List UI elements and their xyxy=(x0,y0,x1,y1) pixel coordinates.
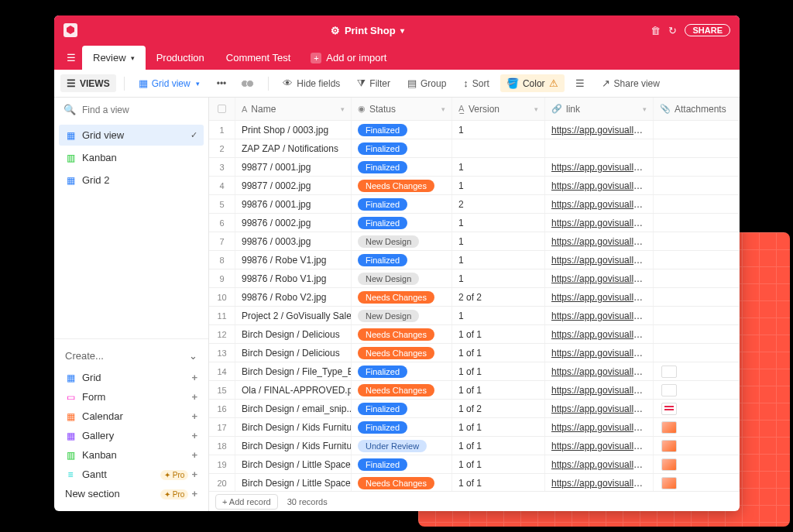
cell-link[interactable]: https://app.govisually.com/... xyxy=(551,218,647,228)
cell-version[interactable]: 1 xyxy=(452,232,545,250)
cell-name[interactable]: Birch Design / Little Spaces... xyxy=(235,455,352,473)
find-view-input[interactable] xyxy=(82,105,199,115)
cell-link-wrap[interactable]: https://app.govisually.com/... xyxy=(545,251,654,269)
table-row[interactable]: 2ZAP ZAP / NotificationsFinalized xyxy=(209,139,740,158)
cell-name[interactable]: 99876 / 0001.jpg xyxy=(235,195,352,213)
attachment-thumbnail[interactable] xyxy=(661,384,677,396)
trash-icon[interactable]: 🗑 xyxy=(651,25,661,36)
cell-name[interactable]: Print Shop / 0003.jpg xyxy=(235,121,352,139)
cell-link-wrap[interactable]: https://app.govisually.com/... xyxy=(545,455,654,473)
column-header-name[interactable]: AName▾ xyxy=(235,98,352,120)
column-header-version[interactable]: A̲Version▾ xyxy=(452,98,545,120)
menu-icon[interactable]: ☰ xyxy=(60,52,82,70)
cell-link[interactable]: https://app.govisually.com/... xyxy=(551,348,647,359)
cell-attachment[interactable] xyxy=(654,269,740,287)
table-row[interactable]: 14Birch Design / File_Type_ERRFinalized1… xyxy=(209,362,740,381)
cell-link-wrap[interactable] xyxy=(545,139,654,157)
find-view-search[interactable]: 🔍 xyxy=(54,98,208,122)
tab-comment-test[interactable]: Comment Test xyxy=(215,46,302,70)
cell-link-wrap[interactable]: https://app.govisually.com/... xyxy=(545,418,654,436)
cell-attachment[interactable] xyxy=(654,400,740,417)
share-view-button[interactable]: ↗Share view xyxy=(596,74,666,92)
cell-status[interactable]: Finalized xyxy=(352,158,452,176)
cell-version[interactable]: 1 xyxy=(452,214,545,232)
views-button[interactable]: ☰VIEWS xyxy=(60,74,116,92)
cell-attachment[interactable] xyxy=(654,344,740,362)
table-row[interactable]: 18Birch Design / Kids Furnitur...Under R… xyxy=(209,437,740,455)
row-height-button[interactable]: ☰ xyxy=(569,74,591,92)
cell-status[interactable]: Finalized xyxy=(352,455,452,473)
hide-fields-button[interactable]: 👁Hide fields xyxy=(276,74,346,92)
color-button[interactable]: 🪣Color⚠ xyxy=(500,74,565,92)
create-section-toggle[interactable]: Create... ⌄ xyxy=(60,344,202,368)
create-kanban[interactable]: ▥Kanban+ xyxy=(60,445,202,465)
cell-link-wrap[interactable]: https://app.govisually.com/... xyxy=(545,307,654,324)
cell-link[interactable]: https://app.govisually.com/... xyxy=(551,236,647,247)
cell-link[interactable]: https://app.govisually.com/... xyxy=(551,273,647,284)
share-button[interactable]: SHARE xyxy=(685,24,730,36)
cell-name[interactable]: Ola / FINAL-APPROVED.png xyxy=(235,381,352,399)
cell-version[interactable]: 2 of 2 xyxy=(452,288,545,306)
cell-attachment[interactable] xyxy=(654,288,740,306)
cell-attachment[interactable] xyxy=(654,251,740,269)
add-import-button[interactable]: + Add or import xyxy=(301,46,396,70)
more-button[interactable]: ••• xyxy=(211,75,233,92)
cell-attachment[interactable] xyxy=(654,195,740,213)
cell-link-wrap[interactable]: https://app.govisually.com/... xyxy=(545,158,654,176)
cell-link-wrap[interactable]: https://app.govisually.com/... xyxy=(545,474,654,491)
cell-attachment[interactable] xyxy=(654,474,740,491)
create-calendar[interactable]: ▦Calendar+ xyxy=(60,407,202,426)
cell-link-wrap[interactable]: https://app.govisually.com/... xyxy=(545,214,654,232)
table-row[interactable]: 17Birch Design / Kids Furnitur...Finaliz… xyxy=(209,418,740,437)
cell-version[interactable]: 1 xyxy=(452,158,545,176)
cell-link[interactable]: https://app.govisually.com/... xyxy=(551,329,647,340)
table-row[interactable]: 11Project 2 / GoVisually Sales...New Des… xyxy=(209,307,740,325)
base-title[interactable]: Print Shop xyxy=(345,25,396,36)
cell-link[interactable]: https://app.govisually.com/... xyxy=(551,366,647,377)
cell-attachment[interactable] xyxy=(654,362,740,380)
table-row[interactable]: 12Birch Design / DeliciousNeeds Changes1… xyxy=(209,325,740,344)
cell-status[interactable]: Needs Changes xyxy=(352,381,452,399)
cell-status[interactable]: New Design xyxy=(352,307,452,324)
attachment-thumbnail[interactable] xyxy=(661,421,677,434)
sidebar-view-grid-2[interactable]: ▦Grid 2 xyxy=(59,170,204,190)
cell-attachment[interactable] xyxy=(654,121,740,139)
cell-link[interactable]: https://app.govisually.com/... xyxy=(551,199,647,210)
cell-link[interactable]: https://app.govisually.com/... xyxy=(551,255,647,266)
cell-attachment[interactable] xyxy=(654,214,740,232)
cell-name[interactable]: Birch Design / Delicious xyxy=(235,325,352,343)
cell-name[interactable]: 99876 / 0002.jpg xyxy=(235,214,352,232)
cell-attachment[interactable] xyxy=(654,158,740,176)
cell-version[interactable]: 1 of 1 xyxy=(452,381,545,399)
sidebar-view-grid-view[interactable]: ▦Grid view✓ xyxy=(59,125,204,146)
column-header-link[interactable]: 🔗link▾ xyxy=(545,98,654,120)
table-row[interactable]: 15Ola / FINAL-APPROVED.pngNeeds Changes1… xyxy=(209,381,740,400)
cell-status[interactable]: New Design xyxy=(352,232,452,250)
cell-link-wrap[interactable]: https://app.govisually.com/... xyxy=(545,195,654,213)
cell-version[interactable]: 1 xyxy=(452,251,545,269)
cell-version[interactable]: 1 of 1 xyxy=(452,362,545,380)
cell-status[interactable]: Finalized xyxy=(352,139,452,157)
cell-link[interactable]: https://app.govisually.com/... xyxy=(551,403,647,414)
cell-link[interactable]: https://app.govisually.com/... xyxy=(551,478,647,489)
cell-name[interactable]: ZAP ZAP / Notifications xyxy=(235,139,352,157)
cell-attachment[interactable] xyxy=(654,232,740,250)
table-row[interactable]: 1Print Shop / 0003.jpgFinalized1https://… xyxy=(209,121,740,139)
table-row[interactable]: 19Birch Design / Little Spaces...Finaliz… xyxy=(209,455,740,474)
cell-name[interactable]: Birch Design / Kids Furnitur... xyxy=(235,418,352,436)
cell-link-wrap[interactable]: https://app.govisually.com/... xyxy=(545,177,654,194)
cell-name[interactable]: 99877 / 0001.jpg xyxy=(235,158,352,176)
cell-version[interactable]: 1 of 1 xyxy=(452,437,545,455)
attachment-thumbnail[interactable] xyxy=(661,458,677,471)
attachment-thumbnail[interactable] xyxy=(661,440,677,452)
cell-version[interactable]: 1 of 1 xyxy=(452,418,545,436)
history-icon[interactable]: ↻ xyxy=(668,25,677,36)
cell-status[interactable]: Needs Changes xyxy=(352,288,452,306)
cell-attachment[interactable] xyxy=(654,455,740,473)
select-all-checkbox[interactable] xyxy=(218,105,226,113)
table-row[interactable]: 399877 / 0001.jpgFinalized1https://app.g… xyxy=(209,158,740,177)
add-record-button[interactable]: + Add record xyxy=(215,494,278,510)
cell-version[interactable]: 1 of 2 xyxy=(452,400,545,417)
column-header-attachments[interactable]: 📎Attachments xyxy=(654,98,740,120)
cell-name[interactable]: Birch Design / Kids Furnitur... xyxy=(235,437,352,455)
